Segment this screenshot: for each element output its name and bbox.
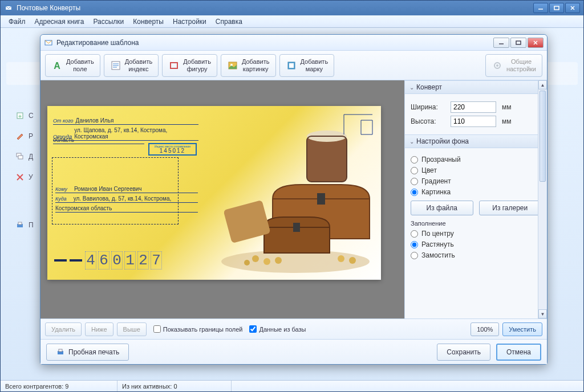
general-settings-button[interactable]: Общие настройки	[485, 54, 542, 77]
menu-file[interactable]: Файл	[4, 16, 30, 27]
width-input[interactable]	[451, 101, 496, 113]
gear-icon	[492, 60, 503, 71]
svg-text:A: A	[54, 61, 60, 71]
from-gallery-button[interactable]: Из галереи	[479, 201, 542, 215]
add-stamp-button[interactable]: Добавить марку	[279, 54, 335, 77]
status-bar: Всего контрагентов: 9 Из них активных: 0	[1, 380, 583, 391]
minimize-button[interactable]	[533, 3, 548, 13]
add-field-button[interactable]: AДобавить поле	[45, 54, 100, 77]
dialog-toolbar: AДобавить поле Добавить индекс Добавить …	[40, 51, 547, 80]
svg-point-37	[252, 255, 259, 262]
to-addr2: Костромская область	[55, 205, 112, 212]
higher-button[interactable]: Выше	[117, 322, 147, 336]
from-name: Данилов Илья	[76, 117, 114, 124]
scroll-down-button[interactable]: ▼	[538, 309, 547, 318]
menu-help[interactable]: Справка	[211, 16, 247, 27]
dialog-footer-controls: Удалить Ниже Выше Показывать границы пол…	[40, 318, 547, 339]
width-label: Ширина:	[411, 103, 451, 111]
lower-button[interactable]: Ниже	[85, 322, 113, 336]
plus-icon: ＋	[15, 111, 25, 121]
text-a-icon: A	[51, 60, 63, 71]
height-unit: мм	[502, 117, 512, 125]
envelope-preview[interactable]: От когоДанилов Илья Откудаул. Щапова, д.…	[47, 106, 381, 280]
cancel-button[interactable]: Отмена	[496, 344, 541, 361]
copy-icon	[15, 152, 25, 162]
fit-button[interactable]: Уместить	[502, 322, 542, 336]
test-print-button[interactable]: Пробная печать	[46, 344, 129, 361]
to-name: Романов Иван Сергеевич	[74, 186, 142, 193]
panel-scrollbar[interactable]: ▲ ▼	[538, 80, 547, 318]
scroll-up-button[interactable]: ▲	[538, 80, 547, 89]
image-icon	[227, 60, 238, 71]
delete-button[interactable]: Удалить	[45, 322, 82, 336]
envelope-section-header[interactable]: ⌄Конверт	[405, 80, 547, 94]
dialog-content: От когоДанилов Илья Откудаул. Щапова, д.…	[40, 80, 547, 318]
show-bounds-checkbox[interactable]: Показывать границы полей	[153, 325, 243, 333]
dialog-close-button[interactable]	[528, 38, 544, 48]
menu-settings[interactable]: Настройки	[168, 16, 211, 27]
printer-icon	[15, 220, 25, 230]
svg-rect-35	[293, 223, 300, 232]
to-addr: ул. Вавилова, д. 57, кв.14, Кострома,	[74, 195, 172, 202]
menu-addressbook[interactable]: Адресная книга	[30, 16, 89, 27]
maximize-button[interactable]	[549, 3, 564, 13]
to-addr-label: Куда	[55, 196, 67, 202]
close-button[interactable]	[565, 3, 580, 13]
delete-icon	[15, 172, 25, 182]
postal-code: 4 6 0 1 2 7	[54, 251, 162, 270]
menu-bar: Файл Адресная книга Рассылки Конверты На…	[1, 15, 583, 28]
stamp-corner	[341, 112, 375, 137]
stamp-icon	[286, 60, 297, 71]
template-editor-dialog: Редактирование шаблона AДобавить поле До…	[40, 34, 548, 365]
svg-text:＋: ＋	[17, 113, 23, 119]
zoom-button[interactable]: 100%	[471, 322, 499, 336]
status-total: Всего контрагентов: 9	[1, 381, 117, 391]
height-label: Высота:	[411, 117, 451, 125]
envelope-icon	[44, 38, 53, 47]
rect-icon	[168, 60, 180, 71]
dialog-title: Редактирование шаблона	[56, 39, 139, 47]
from-addr2: область	[53, 137, 74, 144]
from-label: От кого	[53, 118, 74, 124]
svg-rect-15	[516, 41, 521, 44]
menu-mailings[interactable]: Рассылки	[88, 16, 128, 27]
svg-rect-27	[289, 63, 294, 68]
svg-point-40	[338, 255, 344, 262]
printer-icon	[56, 348, 65, 357]
add-shape-button[interactable]: Добавить фигуру	[162, 54, 217, 77]
bg-section-header[interactable]: ⌄Настройки фона	[405, 134, 547, 148]
canvas-area[interactable]: От когоДанилов Илья Откудаул. Щапова, д.…	[40, 80, 404, 318]
svg-rect-23	[171, 63, 177, 68]
title-bar: Почтовые Конверты	[1, 1, 583, 15]
scroll-thumb[interactable]	[540, 91, 546, 182]
bg-color-radio[interactable]	[411, 167, 418, 174]
svg-rect-34	[317, 193, 325, 205]
add-index-button[interactable]: Добавить индекс	[104, 54, 159, 77]
fill-tile-radio[interactable]	[411, 252, 418, 259]
bg-transparent-radio[interactable]	[411, 156, 418, 164]
dialog-minimize-button[interactable]	[493, 38, 509, 48]
height-input[interactable]	[451, 116, 496, 127]
svg-point-41	[349, 257, 356, 264]
app-title: Почтовые Конверты	[17, 4, 80, 12]
dialog-maximize-button[interactable]	[510, 38, 526, 48]
bg-gradient-radio[interactable]	[411, 178, 418, 185]
add-image-button[interactable]: Добавить картинку	[221, 54, 276, 77]
svg-point-42	[244, 260, 250, 266]
sender-index: 145012	[160, 148, 185, 154]
from-file-button[interactable]: Из файла	[411, 201, 473, 215]
svg-point-39	[275, 257, 282, 264]
bg-image-radio[interactable]	[411, 189, 418, 196]
chevron-down-icon: ⌄	[409, 84, 414, 91]
dialog-footer-actions: Пробная печать Сохранить Отмена	[40, 339, 547, 364]
svg-rect-2	[554, 6, 559, 10]
chevron-down-icon: ⌄	[409, 138, 414, 145]
from-db-checkbox[interactable]: Данные из базы	[249, 325, 306, 333]
fill-label: Заполнение	[411, 220, 541, 227]
save-button[interactable]: Сохранить	[437, 344, 490, 361]
width-unit: мм	[502, 103, 512, 111]
properties-panel: ⌄Конверт Ширина:мм Высота:мм ⌄Настройки …	[404, 80, 547, 318]
menu-envelopes[interactable]: Конверты	[128, 16, 168, 27]
fill-stretch-radio[interactable]	[411, 241, 418, 248]
fill-center-radio[interactable]	[411, 230, 418, 238]
